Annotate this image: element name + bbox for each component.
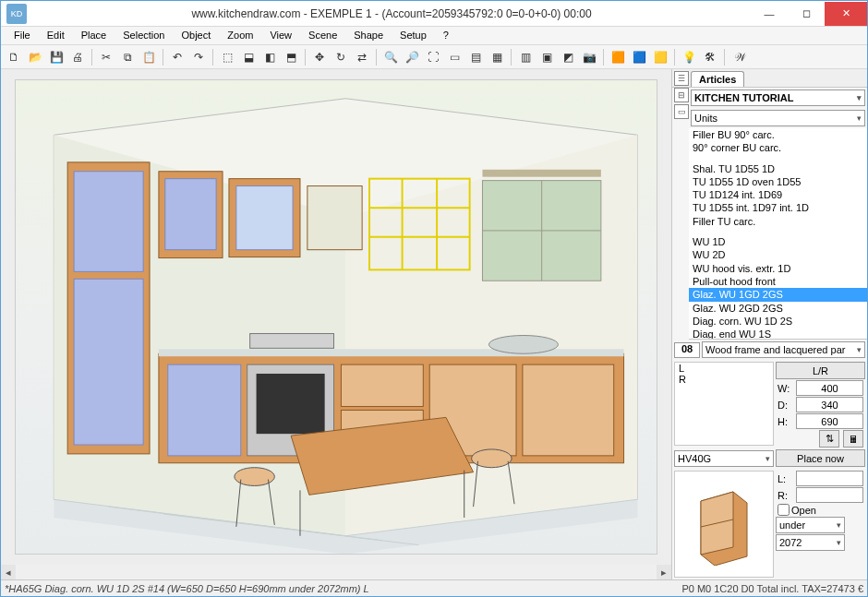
handle-r-input[interactable] xyxy=(796,487,863,503)
heading-dropdown[interactable]: Units▾ xyxy=(691,110,865,126)
material-dropdown[interactable]: Wood frame and lacquered par▾ xyxy=(702,341,865,358)
mirror-icon[interactable]: ⇄ xyxy=(353,48,371,66)
z3-icon[interactable]: ▦ xyxy=(488,48,506,66)
sidetool-catalog-icon[interactable]: ☰ xyxy=(674,71,689,86)
menu-edit[interactable]: Edit xyxy=(40,29,72,42)
c2-icon[interactable]: 🟦 xyxy=(630,48,648,66)
menu-zoom[interactable]: Zoom xyxy=(220,29,260,42)
close-button[interactable]: ✕ xyxy=(825,2,867,26)
print-icon[interactable]: 🖨 xyxy=(68,48,87,66)
place-now-button[interactable]: Place now xyxy=(776,449,865,467)
maximize-button[interactable]: ◻ xyxy=(788,2,825,26)
z2-icon[interactable]: ▤ xyxy=(466,48,485,66)
svg-rect-27 xyxy=(167,364,240,456)
menu-scene[interactable]: Scene xyxy=(301,29,344,42)
side-R-option[interactable]: R xyxy=(675,374,773,385)
elev-icon[interactable]: ▣ xyxy=(537,48,556,66)
list-item[interactable]: TU 1D124 int. 1D69 xyxy=(689,188,867,201)
list-item[interactable]: Diag. end WU 1S xyxy=(689,328,867,340)
handle-l-input[interactable] xyxy=(796,471,863,486)
zoomin-icon[interactable]: 🔍 xyxy=(381,48,400,66)
list-item[interactable]: Filler TU carc. xyxy=(689,215,867,228)
a2-icon[interactable]: ⬓ xyxy=(239,48,258,66)
menu-place[interactable]: Place xyxy=(74,29,115,42)
list-item[interactable]: Pull-out hood front xyxy=(689,275,867,288)
height-ref-dropdown[interactable]: 2072▾ xyxy=(776,534,845,551)
menu-file[interactable]: File xyxy=(6,29,38,42)
plan-icon[interactable]: ▥ xyxy=(516,48,535,66)
svg-rect-26 xyxy=(158,349,623,356)
sidetool-plan-icon[interactable]: ▭ xyxy=(674,104,689,119)
fit-icon[interactable]: ⛶ xyxy=(424,48,442,66)
paste-icon[interactable]: 📋 xyxy=(139,48,158,66)
persp-icon[interactable]: ◩ xyxy=(559,48,577,66)
mode-dropdown[interactable]: under▾ xyxy=(776,517,845,533)
width-input[interactable] xyxy=(796,380,863,396)
menu-setup[interactable]: Setup xyxy=(392,29,434,42)
lr-button[interactable]: L/R xyxy=(776,362,865,379)
svg-rect-24 xyxy=(482,170,600,177)
a1-icon[interactable]: ⬚ xyxy=(218,48,236,66)
status-right: P0 M0 1C20 D0 Total incl. TAX=27473 € xyxy=(681,583,863,594)
move-icon[interactable]: ✥ xyxy=(310,48,329,66)
svg-rect-29 xyxy=(256,374,324,434)
menu-selection[interactable]: Selection xyxy=(115,29,172,42)
open-checkbox[interactable] xyxy=(778,504,790,516)
a4-icon[interactable]: ⬒ xyxy=(282,48,300,66)
menu-?[interactable]: ? xyxy=(436,29,456,42)
list-item[interactable]: TU 1D55 1D oven 1D55 xyxy=(689,175,867,188)
catalog-dropdown[interactable]: KITCHEN TUTORIAL▾ xyxy=(691,90,865,106)
svg-rect-12 xyxy=(164,178,215,249)
calc-button[interactable]: 🖩 xyxy=(843,430,863,448)
w-icon[interactable]: 𝒲 xyxy=(729,48,748,66)
save-icon[interactable]: 💾 xyxy=(47,48,66,66)
3d-viewport[interactable] xyxy=(1,69,671,565)
svg-rect-14 xyxy=(235,185,292,249)
list-item[interactable]: 90° corner BU carc. xyxy=(689,141,867,154)
list-item[interactable]: Glaz. WU 2GD 2GS xyxy=(689,302,867,315)
articles-list[interactable]: ▴▾ Filler BU 90° carc.90° corner BU carc… xyxy=(689,128,867,340)
cfg-icon[interactable]: 🛠 xyxy=(701,48,719,66)
horizontal-scrollbar[interactable]: ◂▸ xyxy=(1,565,671,579)
svg-rect-9 xyxy=(74,171,143,271)
new-icon[interactable]: 🗋 xyxy=(5,48,23,66)
menu-object[interactable]: Object xyxy=(175,29,219,42)
light-icon[interactable]: 💡 xyxy=(680,48,698,66)
cut-icon[interactable]: ✂ xyxy=(97,48,115,66)
c3-icon[interactable]: 🟨 xyxy=(651,48,669,66)
copy-icon[interactable]: ⧉ xyxy=(118,48,137,66)
app-icon: KD xyxy=(6,4,27,24)
list-item[interactable]: Filler BU 90° carc. xyxy=(689,128,867,141)
list-item[interactable]: Glaz. WU 1GD 2GS xyxy=(689,288,867,301)
side-L-option[interactable]: L xyxy=(675,363,773,374)
open-icon[interactable]: 📂 xyxy=(26,48,44,66)
list-item[interactable]: Shal. TU 1D55 1D xyxy=(689,162,867,175)
a3-icon[interactable]: ◧ xyxy=(260,48,279,66)
depth-input[interactable] xyxy=(796,397,863,412)
kitchen-render xyxy=(16,80,657,555)
zoomout-icon[interactable]: 🔎 xyxy=(403,48,421,66)
list-item[interactable]: Diag. corn. WU 1D 2S xyxy=(689,315,867,328)
height-input[interactable] xyxy=(796,413,863,429)
list-item[interactable]: WU hood vis. extr. 1D xyxy=(689,262,867,275)
menu-view[interactable]: View xyxy=(262,29,299,42)
redo-icon[interactable]: ↷ xyxy=(189,48,208,66)
svg-point-34 xyxy=(488,335,558,353)
cam-icon[interactable]: 📷 xyxy=(580,48,598,66)
article-preview xyxy=(674,471,774,578)
sidetool-tree-icon[interactable]: ⊟ xyxy=(674,88,689,102)
material-code: 08 xyxy=(674,342,700,358)
list-item[interactable]: WU 1D xyxy=(689,235,867,248)
undo-icon[interactable]: ↶ xyxy=(168,48,187,66)
finish-dropdown[interactable]: HV40G▾ xyxy=(674,450,774,467)
minimize-button[interactable]: — xyxy=(751,2,788,26)
window-title: www.kitchendraw.com - EXEMPLE 1 - (Accou… xyxy=(32,7,751,20)
menu-shape[interactable]: Shape xyxy=(346,29,391,42)
list-item[interactable]: WU 2D xyxy=(689,248,867,261)
rotate-icon[interactable]: ↻ xyxy=(332,48,350,66)
c1-icon[interactable]: 🟧 xyxy=(609,48,627,66)
swap-button[interactable]: ⇅ xyxy=(819,430,839,448)
tab-articles[interactable]: Articles xyxy=(691,71,744,87)
z1-icon[interactable]: ▭ xyxy=(445,48,464,66)
list-item[interactable]: TU 1D55 int. 1D97 int. 1D xyxy=(689,201,867,214)
